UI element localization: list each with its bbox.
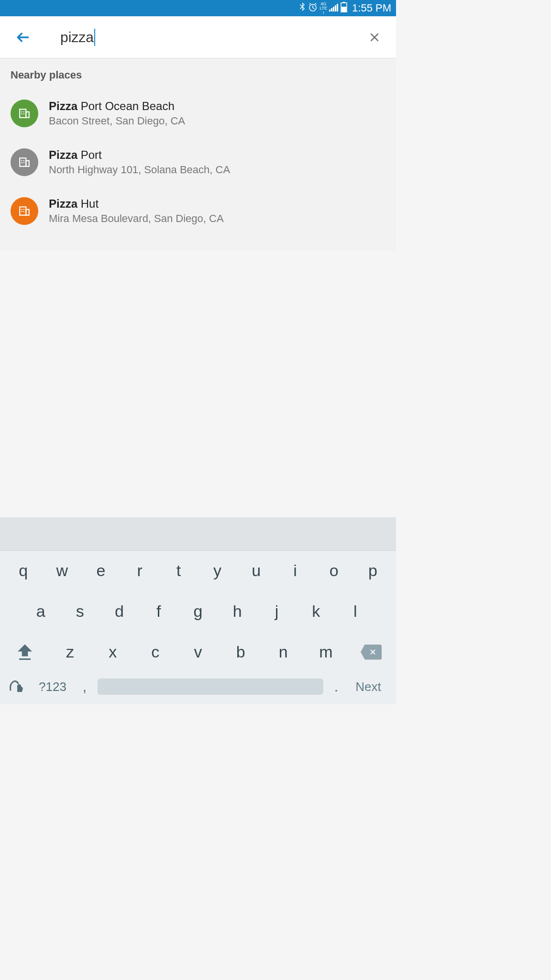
key-p[interactable]: p <box>353 557 392 585</box>
key-x[interactable]: x <box>91 638 134 666</box>
keyboard: q w e r t y u i o p a s d f g h j k l <box>0 517 396 704</box>
keyboard-row-2: a s d f g h j k l <box>2 597 394 625</box>
key-g[interactable]: g <box>178 597 218 625</box>
key-m[interactable]: m <box>305 638 347 666</box>
svg-rect-28 <box>22 211 22 212</box>
key-j[interactable]: j <box>257 597 296 625</box>
key-h[interactable]: h <box>218 597 257 625</box>
bluetooth-icon <box>298 2 306 14</box>
svg-rect-5 <box>337 4 338 11</box>
key-q[interactable]: q <box>4 557 43 585</box>
building-icon <box>11 148 38 176</box>
status-icons: 4GLTE↕ <box>298 2 347 15</box>
key-a[interactable]: a <box>21 597 60 625</box>
svg-rect-4 <box>335 5 336 11</box>
key-s[interactable]: s <box>60 597 99 625</box>
key-o[interactable]: o <box>315 557 353 585</box>
place-text: Pizza Port Ocean Beach Bacon Street, San… <box>49 100 386 127</box>
key-c[interactable]: c <box>134 638 176 666</box>
svg-rect-18 <box>20 158 26 166</box>
key-f[interactable]: f <box>139 597 178 625</box>
status-time: 1:55 PM <box>352 2 391 14</box>
comma-key[interactable]: , <box>77 679 92 695</box>
building-icon <box>11 197 38 225</box>
svg-rect-22 <box>22 162 22 163</box>
key-w[interactable]: w <box>43 557 81 585</box>
battery-icon <box>341 2 347 15</box>
svg-rect-2 <box>331 8 332 11</box>
key-u[interactable]: u <box>237 557 276 585</box>
svg-rect-20 <box>22 160 22 161</box>
numeric-key[interactable]: ?123 <box>33 679 72 694</box>
svg-rect-27 <box>23 209 24 210</box>
keyboard-row-3-letters: z x c v b n m <box>39 638 357 666</box>
svg-rect-26 <box>22 209 22 210</box>
building-icon <box>11 100 38 127</box>
alarm-icon <box>308 2 318 14</box>
key-e[interactable]: e <box>81 557 120 585</box>
back-arrow-icon[interactable] <box>14 29 32 46</box>
swipe-input-icon[interactable] <box>9 679 28 695</box>
svg-rect-16 <box>22 113 22 114</box>
place-name: Pizza Hut <box>49 197 386 211</box>
key-y[interactable]: y <box>198 557 237 585</box>
svg-rect-17 <box>23 113 24 114</box>
place-text: Pizza Port North Highway 101, Solana Bea… <box>49 148 386 176</box>
place-result-0[interactable]: Pizza Port Ocean Beach Bacon Street, San… <box>11 94 386 133</box>
keyboard-suggestion-bar[interactable] <box>0 517 396 551</box>
key-n[interactable]: n <box>262 638 305 666</box>
svg-rect-23 <box>23 162 24 163</box>
svg-rect-29 <box>23 211 24 212</box>
svg-rect-15 <box>23 111 24 112</box>
svg-rect-12 <box>20 109 26 117</box>
place-text: Pizza Hut Mira Mesa Boulevard, San Diego… <box>49 197 386 225</box>
svg-rect-25 <box>26 210 29 215</box>
keyboard-rows: q w e r t y u i o p a s d f g h j k l <box>0 551 396 704</box>
signal-icon <box>329 3 339 14</box>
key-k[interactable]: k <box>297 597 336 625</box>
lte-icon: 4GLTE↕ <box>320 2 327 15</box>
svg-rect-1 <box>329 10 331 11</box>
keyboard-row-1: q w e r t y u i o p <box>2 557 394 585</box>
keyboard-row-3: z x c v b n m ✕ <box>2 638 394 666</box>
spacebar-key[interactable] <box>98 679 323 695</box>
place-result-2[interactable]: Pizza Hut Mira Mesa Boulevard, San Diego… <box>11 191 386 231</box>
results-panel: Nearby places Pizza Port Ocean Beach Bac… <box>0 58 396 251</box>
keyboard-bottom-row: ?123 , . Next <box>2 676 394 702</box>
place-result-1[interactable]: Pizza Port North Highway 101, Solana Bea… <box>11 143 386 182</box>
shift-key[interactable] <box>11 644 39 660</box>
clear-icon[interactable] <box>367 30 382 45</box>
key-z[interactable]: z <box>49 638 91 666</box>
key-v[interactable]: v <box>176 638 219 666</box>
key-r[interactable]: r <box>121 557 159 585</box>
section-title: Nearby places <box>11 69 386 81</box>
backspace-icon: ✕ <box>361 645 382 660</box>
search-input[interactable]: pizza <box>60 29 367 46</box>
place-name: Pizza Port <box>49 148 386 162</box>
svg-rect-13 <box>26 112 29 118</box>
svg-rect-19 <box>26 161 29 167</box>
key-b[interactable]: b <box>220 638 262 666</box>
text-cursor <box>94 29 95 46</box>
search-query-text: pizza <box>60 29 94 45</box>
key-t[interactable]: t <box>159 557 198 585</box>
svg-rect-3 <box>333 7 334 11</box>
svg-rect-14 <box>22 111 22 112</box>
key-l[interactable]: l <box>336 597 375 625</box>
svg-rect-8 <box>342 7 346 12</box>
svg-rect-24 <box>20 207 26 215</box>
place-name: Pizza Port Ocean Beach <box>49 100 386 113</box>
period-key[interactable]: . <box>329 679 343 695</box>
search-bar: pizza <box>0 16 396 58</box>
place-address: North Highway 101, Solana Beach, CA <box>49 164 386 176</box>
svg-rect-21 <box>23 160 24 161</box>
backspace-key[interactable]: ✕ <box>357 645 386 660</box>
key-i[interactable]: i <box>276 557 314 585</box>
next-key[interactable]: Next <box>349 679 387 694</box>
status-bar: 4GLTE↕ 1:55 PM <box>0 0 396 16</box>
key-d[interactable]: d <box>99 597 139 625</box>
place-address: Mira Mesa Boulevard, San Diego, CA <box>49 212 386 225</box>
place-address: Bacon Street, San Diego, CA <box>49 115 386 127</box>
